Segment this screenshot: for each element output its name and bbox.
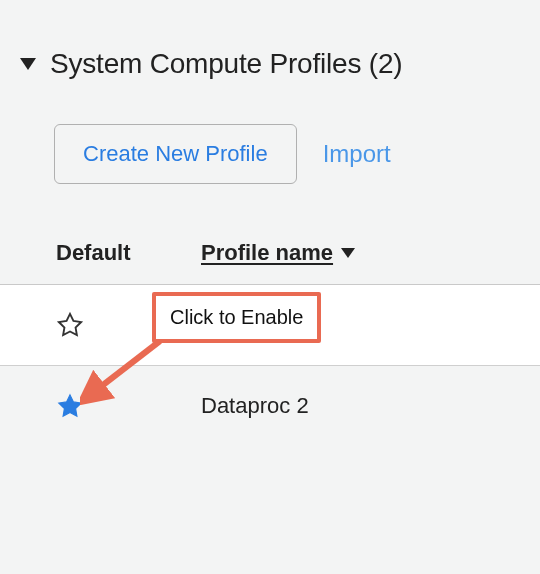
profile-name: Dataproc 2 (201, 393, 309, 419)
import-link[interactable]: Import (323, 140, 391, 168)
table-header: Default Profile name (0, 240, 540, 285)
section-title: System Compute Profiles (2) (50, 48, 403, 80)
sort-caret-down-icon (341, 248, 355, 258)
table-row[interactable]: Dataproc 2 (0, 366, 540, 446)
section-header: System Compute Profiles (2) (0, 0, 540, 80)
star-filled-icon[interactable] (56, 392, 84, 420)
default-star-cell (56, 392, 201, 420)
actions-bar: Create New Profile Import (54, 124, 540, 184)
column-header-default[interactable]: Default (56, 240, 201, 266)
column-header-name[interactable]: Profile name (201, 240, 355, 266)
star-outline-icon[interactable] (56, 311, 84, 339)
column-header-name-label: Profile name (201, 240, 333, 266)
annotation-tooltip: Click to Enable (152, 292, 321, 343)
chevron-down-icon[interactable] (20, 58, 36, 70)
create-profile-button[interactable]: Create New Profile (54, 124, 297, 184)
profiles-table: Default Profile name Dataproc 1 Dataproc… (0, 240, 540, 446)
